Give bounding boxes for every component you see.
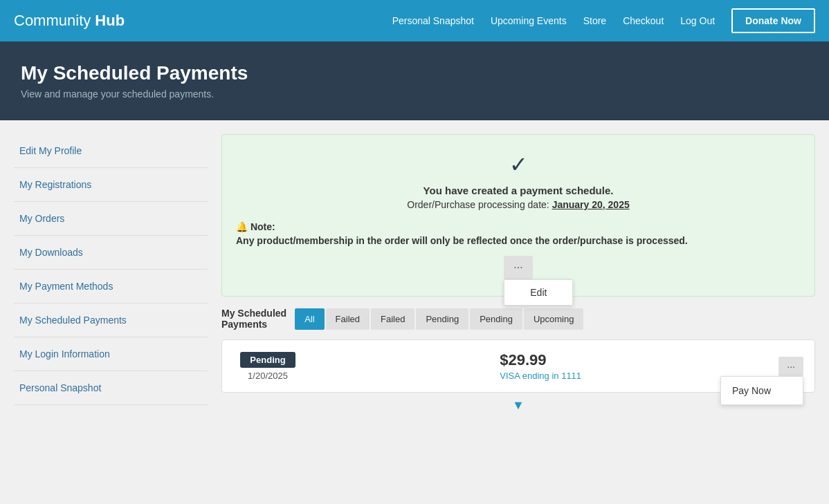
sidebar-item-edit-my-profile[interactable]: Edit My Profile bbox=[14, 134, 208, 168]
tab-failed-2[interactable]: Failed bbox=[371, 308, 414, 330]
sidebar: Edit My Profile My Registrations My Orde… bbox=[14, 134, 208, 413]
navigation: Community Hub Personal Snapshot Upcoming… bbox=[0, 0, 829, 41]
note-label: 🔔 Note: bbox=[236, 221, 801, 232]
tab-upcoming[interactable]: Upcoming bbox=[524, 308, 584, 330]
payment-action-section: ··· Pay Now bbox=[778, 357, 803, 376]
logo-bold: Hub bbox=[95, 12, 125, 29]
edit-dropdown-container: ··· Edit bbox=[504, 246, 532, 279]
edit-ellipsis-button[interactable]: ··· bbox=[504, 256, 532, 279]
nav-upcoming-events[interactable]: Upcoming Events bbox=[491, 15, 567, 26]
nav-store[interactable]: Store bbox=[583, 15, 606, 26]
tab-pending-1[interactable]: Pending bbox=[416, 308, 468, 330]
tab-pending-2[interactable]: Pending bbox=[470, 308, 522, 330]
payment-method-prefix: VISA ending in bbox=[500, 371, 561, 381]
nav-personal-snapshot[interactable]: Personal Snapshot bbox=[392, 15, 474, 26]
content-area: ✓ You have created a payment schedule. O… bbox=[221, 134, 815, 413]
tabs-row: My ScheduledPayments All Failed Failed P… bbox=[221, 308, 815, 330]
sidebar-item-my-downloads[interactable]: My Downloads bbox=[14, 236, 208, 270]
processing-date-prefix: Order/Purchase processing date: bbox=[407, 199, 552, 210]
processing-date-link[interactable]: January 20, 2025 bbox=[552, 199, 630, 210]
payment-date: 1/20/2025 bbox=[248, 371, 288, 381]
sidebar-item-my-login-information[interactable]: My Login Information bbox=[14, 337, 208, 371]
note-text: Any product/membership in the order will… bbox=[236, 235, 801, 246]
logo-regular: Community bbox=[14, 12, 95, 29]
success-main-text: You have created a payment schedule. bbox=[236, 185, 801, 196]
payment-card: Pending 1/20/2025 $29.99 VISA ending in … bbox=[221, 339, 815, 393]
payment-amount: $29.99 bbox=[500, 351, 581, 369]
payment-method-last4: 1111 bbox=[561, 371, 581, 381]
tab-failed-1[interactable]: Failed bbox=[326, 308, 370, 330]
payment-details: $29.99 VISA ending in 1111 bbox=[500, 351, 581, 381]
nav-checkout[interactable]: Checkout bbox=[623, 15, 664, 26]
success-box: ✓ You have created a payment schedule. O… bbox=[221, 134, 815, 297]
tabs-section-title: My ScheduledPayments bbox=[221, 308, 286, 330]
tab-all[interactable]: All bbox=[295, 308, 324, 330]
success-sub-text: Order/Purchase processing date: January … bbox=[236, 199, 801, 210]
edit-menu-item[interactable]: Edit bbox=[504, 280, 572, 305]
pay-now-dropdown: Pay Now bbox=[720, 376, 803, 405]
sidebar-item-my-registrations[interactable]: My Registrations bbox=[14, 168, 208, 202]
sidebar-item-personal-snapshot[interactable]: Personal Snapshot bbox=[14, 371, 208, 405]
logo: Community Hub bbox=[14, 12, 125, 30]
nav-links: Personal Snapshot Upcoming Events Store … bbox=[392, 8, 815, 33]
payment-ellipsis-button[interactable]: ··· bbox=[778, 357, 803, 376]
payment-method: VISA ending in 1111 bbox=[500, 371, 581, 381]
page-subtitle: View and manage your scheduled payments. bbox=[21, 88, 808, 100]
main-layout: Edit My Profile My Registrations My Orde… bbox=[0, 120, 829, 427]
success-icon: ✓ bbox=[236, 151, 801, 178]
note-section: 🔔 Note: Any product/membership in the or… bbox=[236, 221, 801, 246]
sidebar-item-my-scheduled-payments[interactable]: My Scheduled Payments bbox=[14, 304, 208, 337]
sidebar-item-my-orders[interactable]: My Orders bbox=[14, 202, 208, 236]
hero-section: My Scheduled Payments View and manage yo… bbox=[0, 41, 829, 120]
page-title: My Scheduled Payments bbox=[21, 62, 808, 84]
edit-dropdown-menu: Edit bbox=[504, 279, 573, 306]
payment-status-section: Pending 1/20/2025 bbox=[233, 352, 302, 381]
nav-log-out[interactable]: Log Out bbox=[680, 15, 715, 26]
status-badge: Pending bbox=[240, 352, 295, 368]
sidebar-item-my-payment-methods[interactable]: My Payment Methods bbox=[14, 270, 208, 304]
donate-now-button[interactable]: Donate Now bbox=[731, 8, 815, 33]
pay-now-menu-item[interactable]: Pay Now bbox=[721, 377, 803, 404]
